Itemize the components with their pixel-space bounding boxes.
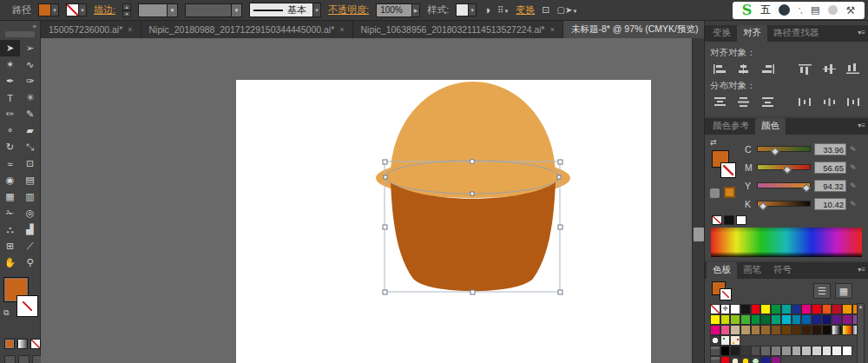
swatch-5-2[interactable] [730, 356, 740, 363]
brush-dropdown-arrow[interactable]: ▼ [313, 3, 321, 17]
stroke-color-control[interactable]: ▼ [66, 3, 87, 16]
canvas-vertical-scrollbar[interactable] [692, 38, 704, 363]
swatch-5-5[interactable] [760, 356, 771, 363]
swatch-0-9[interactable] [801, 304, 812, 314]
select-similar-icon[interactable]: ▢➤▼ [557, 6, 578, 15]
align-h-right-icon[interactable] [758, 62, 778, 76]
tab-close-icon[interactable]: × [339, 25, 344, 34]
swatch-0-12[interactable] [832, 304, 842, 314]
value-field-K[interactable]: 10.42 [814, 198, 846, 210]
muffin-dome-shape[interactable] [391, 82, 556, 188]
hand-tool[interactable]: ✋ [0, 254, 20, 271]
ime-status-icon[interactable] [828, 5, 838, 15]
swatch-0-0[interactable] [710, 304, 720, 314]
ime-keyboard-icon[interactable]: ▤ [811, 4, 819, 16]
swatch-0-2[interactable] [730, 304, 740, 314]
dist-h-right-icon[interactable] [843, 95, 863, 109]
swatch-1-1[interactable] [720, 314, 731, 325]
swatch-2-3[interactable] [740, 325, 751, 335]
swatch-1-8[interactable] [792, 314, 802, 325]
fill-dropdown-arrow[interactable]: ▼ [51, 3, 59, 16]
swatch-2-6[interactable] [771, 325, 781, 335]
swatch-0-11[interactable] [822, 304, 832, 314]
canvas[interactable] [41, 38, 692, 363]
slider-track-C[interactable] [757, 146, 811, 152]
value-field-Y[interactable]: 94.32 [814, 180, 846, 192]
stroke-dropdown-arrow[interactable]: ▼ [79, 3, 87, 16]
slider-marker-K[interactable] [759, 202, 767, 211]
swatch-5-6[interactable] [771, 356, 781, 363]
default-colors-icon[interactable]: ⧉ [3, 308, 12, 317]
swatch-2-5[interactable] [760, 325, 771, 335]
align-tab-对齐[interactable]: 对齐 [737, 25, 767, 42]
slider-track-Y[interactable] [757, 182, 811, 188]
swatch-1-12[interactable] [832, 314, 842, 325]
swap-colors-icon[interactable]: ⇄ [710, 138, 717, 147]
align-panel-menu-icon[interactable]: ▾≡ [858, 29, 865, 36]
align-h-left-icon[interactable] [710, 62, 730, 76]
swatch-0-6[interactable] [771, 304, 781, 314]
swatches-tab-画笔[interactable]: 画笔 [737, 262, 767, 279]
dist-v-bottom-icon[interactable] [758, 95, 778, 109]
toolbox-grip[interactable] [5, 31, 35, 37]
ime-logo-icon[interactable]: S [742, 2, 753, 18]
swatch-0-8[interactable] [792, 304, 802, 314]
swatch-4-12[interactable] [832, 346, 842, 356]
swatch-0-1[interactable]: ✛ [720, 304, 731, 314]
bounding-box-icon[interactable]: ⊡ [542, 5, 549, 15]
swatch-1-13[interactable] [842, 314, 852, 325]
swatch-4-11[interactable] [822, 346, 832, 356]
gradient-tool[interactable]: ▥ [20, 188, 40, 205]
symbol-sprayer-tool[interactable]: ⛬ [0, 221, 20, 238]
swatch-2-7[interactable] [781, 325, 792, 335]
swatch-4-5[interactable] [760, 346, 771, 356]
slider-marker-C[interactable] [771, 148, 779, 156]
swatch-4-8[interactable] [792, 346, 802, 356]
swatch-4-7[interactable] [781, 346, 792, 356]
slider-track-K[interactable] [757, 201, 811, 207]
draw-behind-button[interactable] [18, 355, 30, 363]
swatch-1-7[interactable] [781, 314, 792, 325]
shape-builder-tool[interactable]: ◉ [0, 172, 20, 188]
swatches-stroke-proxy[interactable] [720, 288, 732, 300]
width-tool[interactable]: ≈ [0, 155, 20, 172]
out-of-gamut-icon[interactable] [710, 188, 720, 198]
variable-width-dropdown[interactable]: ▼ [185, 3, 242, 17]
document-setup-icon[interactable]: ◑ [483, 4, 490, 16]
swatch-1-2[interactable] [730, 314, 740, 325]
fill-swatch[interactable] [38, 3, 51, 16]
ime-mode-label[interactable]: 五 [760, 3, 771, 17]
swatch-1-6[interactable] [771, 314, 781, 325]
swatch-4-10[interactable] [812, 346, 822, 356]
document-tab-2[interactable]: Nipic_10638956_20180321114513527224.ai*× [353, 21, 563, 38]
swatch-4-6[interactable] [771, 346, 781, 356]
opacity-link[interactable]: 不透明度: [328, 3, 369, 16]
paint-none-button[interactable] [30, 339, 41, 349]
swatch-3-2[interactable] [730, 335, 740, 346]
swatch-0-13[interactable] [842, 304, 852, 314]
slider-marker-M[interactable] [783, 166, 792, 175]
align-v-top-icon[interactable] [795, 62, 815, 76]
lasso-tool[interactable]: ∿ [20, 56, 40, 73]
swatch-1-9[interactable] [801, 314, 812, 325]
swatches-tab-符号[interactable]: 符号 [767, 262, 798, 279]
quick-swatch-0[interactable] [712, 215, 722, 225]
swatch-2-13[interactable] [842, 325, 852, 335]
swatch-0-3[interactable] [740, 304, 751, 314]
slice-tool[interactable]: ⟋ [20, 238, 40, 254]
stroke-none-swatch[interactable] [66, 3, 79, 16]
swatch-1-11[interactable] [822, 314, 832, 325]
transform-link[interactable]: 变换 [516, 3, 535, 16]
opacity-arrow[interactable]: ▶ [412, 3, 420, 17]
ime-settings-icon[interactable]: ⚒ [845, 4, 855, 16]
swatches-panel-menu-icon[interactable]: ▾≡ [858, 266, 865, 274]
value-field-C[interactable]: 33.96 [814, 143, 846, 155]
tab-close-icon[interactable]: × [128, 25, 132, 34]
swatch-4-4[interactable] [751, 346, 761, 356]
swatch-2-12[interactable] [832, 325, 842, 335]
preferences-grid-icon[interactable]: ⠿▼ [497, 6, 509, 15]
mesh-tool[interactable]: ▦ [0, 188, 20, 205]
type-tool[interactable]: T [0, 89, 20, 106]
dist-h-center-icon[interactable] [819, 95, 839, 109]
blend-tool[interactable]: ◎ [20, 205, 40, 221]
